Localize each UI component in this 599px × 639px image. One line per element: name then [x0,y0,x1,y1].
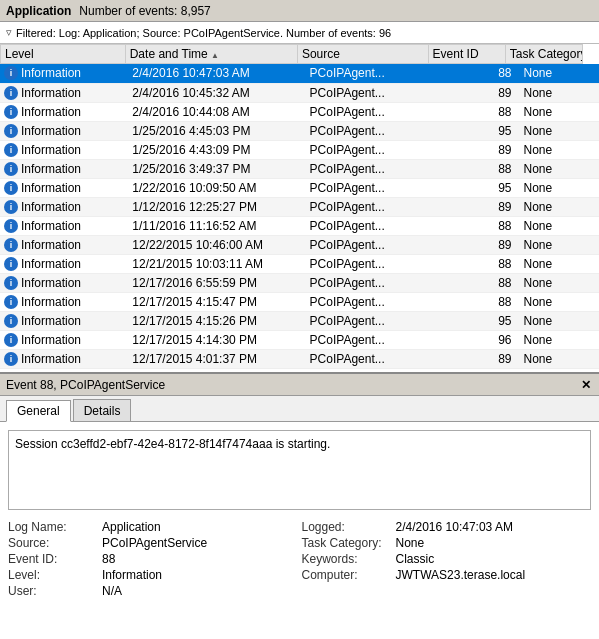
app-title: Application [6,4,71,18]
taskcategory-cell: None [520,349,599,368]
datetime-cell: 1/12/2016 12:25:27 PM [128,197,305,216]
user-value: N/A [102,584,298,598]
table-row[interactable]: iInformation2/4/2016 10:47:03 AMPCoIPAge… [0,64,599,83]
filter-text: Filtered: Log: Application; Source: PCoI… [16,27,391,39]
taskcategory-cell: None [520,273,599,292]
datetime-cell: 12/22/2015 10:46:00 AM [128,235,305,254]
info-icon: i [4,352,18,366]
task-label: Task Category: [302,536,392,550]
taskcategory-cell: None [520,178,599,197]
filter-bar: ▿ Filtered: Log: Application; Source: PC… [0,22,599,44]
info-icon: i [4,257,18,271]
level-cell: iInformation [0,292,128,311]
event-table-area: Level Date and Time ▲ Source Event ID Ta… [0,44,599,374]
info-icon: i [4,105,18,119]
table-row[interactable]: iInformation12/17/2016 6:55:59 PMPCoIPAg… [0,273,599,292]
info-icon: i [4,238,18,252]
event-count: Number of events: 8,957 [79,4,210,18]
taskcategory-cell: None [520,197,599,216]
datetime-cell: 1/25/2016 3:49:37 PM [128,159,305,178]
computer-label: Computer: [302,568,392,582]
event-detail-panel: Event 88, PCoIPAgentService ✕ General De… [0,374,599,639]
eventid-cell: 88 [440,254,519,273]
table-row[interactable]: iInformation12/22/2015 10:46:00 AMPCoIPA… [0,235,599,254]
event-info-grid: Log Name: Application Logged: 2/4/2016 1… [8,520,591,598]
table-row[interactable]: iInformation1/22/2016 10:09:50 AMPCoIPAg… [0,178,599,197]
taskcategory-cell: None [520,311,599,330]
source-cell: PCoIPAgent... [306,83,440,102]
datetime-cell: 1/22/2016 10:09:50 AM [128,178,305,197]
eventid-cell: 88 [440,216,519,235]
task-value: None [396,536,592,550]
table-row[interactable]: iInformation2/4/2016 10:44:08 AMPCoIPAge… [0,102,599,121]
table-row[interactable]: iInformation12/21/2015 10:03:11 AMPCoIPA… [0,254,599,273]
tabs-bar: General Details [0,396,599,422]
table-row[interactable]: iInformation1/11/2016 11:16:52 AMPCoIPAg… [0,216,599,235]
panel-title: Event 88, PCoIPAgentService [6,378,165,392]
taskcategory-cell: None [520,216,599,235]
table-row[interactable]: iInformation1/25/2016 3:49:37 PMPCoIPAge… [0,159,599,178]
level-cell: iInformation [0,235,128,254]
col-datetime[interactable]: Date and Time ▲ [125,45,297,64]
eventid-cell: 95 [440,121,519,140]
source-cell: PCoIPAgent... [306,216,440,235]
table-row[interactable]: iInformation12/17/2015 4:15:26 PMPCoIPAg… [0,311,599,330]
info-icon: i [4,181,18,195]
datetime-cell: 2/4/2016 10:44:08 AM [128,102,305,121]
close-panel-button[interactable]: ✕ [579,378,593,392]
col-level[interactable]: Level [1,45,126,64]
level-value: Information [102,568,298,582]
info-icon: i [4,124,18,138]
log-label: Log Name: [8,520,98,534]
col-taskcategory[interactable]: Task Category [505,45,582,64]
eventid-label: Event ID: [8,552,98,566]
table-row[interactable]: iInformation1/25/2016 4:45:03 PMPCoIPAge… [0,121,599,140]
taskcategory-cell: None [520,330,599,349]
info-icon: i [4,295,18,309]
eventid-value: 88 [102,552,298,566]
level-cell: iInformation [0,311,128,330]
log-value: Application [102,520,298,534]
eventid-cell: 88 [440,102,519,121]
taskcategory-cell: None [520,159,599,178]
table-row[interactable]: iInformation12/17/2015 4:01:37 PMPCoIPAg… [0,349,599,368]
col-eventid[interactable]: Event ID [428,45,505,64]
taskcategory-cell: None [520,140,599,159]
table-row[interactable]: iInformation12/17/2015 4:15:47 PMPCoIPAg… [0,292,599,311]
table-header: Level Date and Time ▲ Source Event ID Ta… [0,44,599,64]
top-bar: Application Number of events: 8,957 [0,0,599,22]
level-cell: iInformation [0,197,128,216]
source-cell: PCoIPAgent... [306,235,440,254]
info-icon: i [4,86,18,100]
table-body[interactable]: iInformation2/4/2016 10:47:03 AMPCoIPAge… [0,64,599,372]
info-icon: i [4,219,18,233]
table-row[interactable]: iInformation1/25/2016 4:43:09 PMPCoIPAge… [0,140,599,159]
datetime-cell: 2/4/2016 10:45:32 AM [128,83,305,102]
table-row[interactable]: iInformation2/4/2016 10:45:32 AMPCoIPAge… [0,83,599,102]
datetime-cell: 12/17/2016 6:55:59 PM [128,273,305,292]
eventid-cell: 95 [440,178,519,197]
computer-value: JWTWAS23.terase.local [396,568,592,582]
tab-general[interactable]: General [6,400,71,422]
info-icon: i [4,333,18,347]
tab-details[interactable]: Details [73,399,132,421]
event-message-box[interactable]: Session cc3effd2-ebf7-42e4-8172-8f14f747… [8,430,591,510]
table-row[interactable]: iInformation1/12/2016 12:25:27 PMPCoIPAg… [0,197,599,216]
info-icon: i [4,162,18,176]
col-source[interactable]: Source [297,45,428,64]
taskcategory-cell: None [520,64,599,83]
level-cell: iInformation [0,140,128,159]
keywords-label: Keywords: [302,552,392,566]
datetime-cell: 1/25/2016 4:43:09 PM [128,140,305,159]
taskcategory-cell: None [520,254,599,273]
info-icon: i [4,200,18,214]
datetime-cell: 12/17/2015 4:15:47 PM [128,292,305,311]
taskcategory-cell: None [520,292,599,311]
eventid-cell: 88 [440,273,519,292]
info-icon: i [4,66,18,80]
datetime-cell: 12/21/2015 10:03:11 AM [128,254,305,273]
table-row[interactable]: iInformation12/17/2015 4:14:30 PMPCoIPAg… [0,330,599,349]
source-cell: PCoIPAgent... [306,311,440,330]
eventid-cell: 88 [440,64,519,83]
level-cell: iInformation [0,159,128,178]
